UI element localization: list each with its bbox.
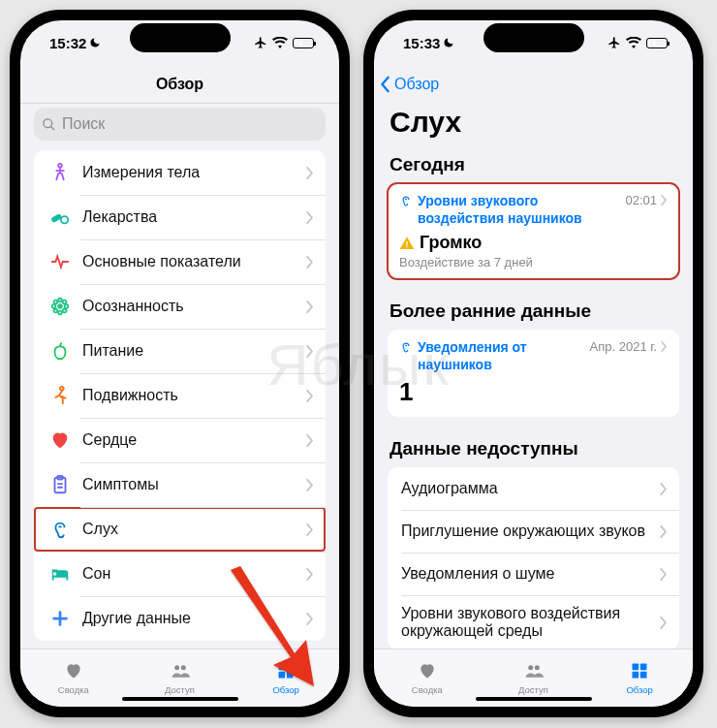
category-label: Осознанность (82, 298, 306, 315)
ear-icon (399, 339, 413, 353)
annotation-arrow (213, 562, 329, 698)
svg-point-11 (63, 309, 67, 313)
section-header-earlier: Более ранние данные (374, 295, 693, 330)
category-row-ear[interactable]: Слух (34, 507, 326, 552)
back-button[interactable]: Обзор (374, 76, 439, 93)
category-label: Сердце (82, 431, 306, 449)
category-row-vitals[interactable]: Основные показатели (34, 239, 326, 284)
today-value: Громко (420, 233, 482, 253)
svg-point-9 (63, 301, 67, 304)
earlier-time: Апр. 2021 г. (590, 339, 657, 354)
vitals-icon (47, 249, 73, 274)
status-time: 15:33 (403, 35, 440, 51)
mobility-icon (47, 383, 73, 408)
svg-point-21 (528, 665, 533, 670)
people-icon (523, 661, 545, 682)
svg-point-2 (61, 216, 68, 223)
tab-grid[interactable]: Обзор (586, 649, 693, 707)
category-label: Питание (82, 342, 306, 360)
svg-rect-23 (633, 664, 639, 671)
today-card[interactable]: Уровни звукового воздействия наушников 0… (388, 183, 679, 279)
chevron-right-icon (306, 167, 314, 179)
body-icon (47, 160, 73, 185)
svg-point-15 (174, 665, 179, 670)
chevron-right-icon (306, 256, 314, 269)
svg-point-12 (60, 387, 64, 391)
svg-point-6 (52, 304, 56, 308)
category-row-heart[interactable]: Сердце (34, 418, 326, 462)
chevron-right-icon (306, 523, 314, 536)
svg-point-7 (65, 304, 69, 308)
chevron-right-icon (306, 345, 314, 358)
unavailable-row[interactable]: Приглушение окружающих звуков (388, 510, 679, 553)
svg-rect-24 (640, 664, 647, 671)
chevron-right-icon (306, 390, 314, 402)
today-title: Уровни звукового воздействия наушников (418, 193, 617, 227)
home-indicator[interactable] (476, 697, 592, 701)
today-sub: Воздействие за 7 дней (399, 255, 668, 269)
airplane-icon (254, 36, 267, 49)
unavailable-row[interactable]: Аудиограмма (388, 467, 679, 510)
tab-label: Сводка (58, 684, 89, 695)
tab-label: Доступ (518, 684, 548, 695)
airplane-icon (608, 36, 621, 49)
svg-rect-25 (633, 672, 639, 679)
svg-rect-26 (640, 672, 647, 679)
unavailable-list: АудиограммаПриглушение окружающих звуков… (388, 467, 679, 649)
svg-point-3 (57, 303, 63, 309)
row-label: Уровни звукового воздействия окружающей … (401, 605, 660, 640)
search-placeholder: Поиск (62, 115, 105, 133)
category-row-clipboard[interactable]: Симптомы (34, 462, 326, 507)
people-icon (170, 661, 191, 682)
nav-bar: Обзор (20, 65, 339, 104)
chevron-right-icon (660, 525, 668, 538)
tab-label: Обзор (626, 684, 652, 695)
grid-icon (629, 661, 650, 682)
ear-icon (399, 193, 413, 206)
dynamic-island (130, 23, 231, 52)
category-label: Подвижность (82, 387, 306, 404)
category-row-apple[interactable]: Питание (34, 329, 326, 373)
earlier-value: 1 (399, 377, 668, 407)
svg-point-16 (180, 665, 185, 670)
section-header-today: Сегодня (374, 148, 693, 183)
earlier-card[interactable]: Уведомления от наушников Апр. 2021 г. 1 (388, 330, 679, 417)
category-row-body[interactable]: Измерения тела (34, 150, 326, 195)
chevron-right-icon (661, 195, 668, 206)
tab-label: Сводка (412, 684, 443, 695)
chevron-right-icon (306, 479, 314, 491)
nav-title: Обзор (156, 76, 203, 93)
category-row-mobility[interactable]: Подвижность (34, 373, 326, 418)
phone-right: 15:33 74 Обзор Слух С (363, 10, 703, 717)
svg-point-10 (54, 309, 58, 313)
mind-icon (47, 294, 73, 319)
chevron-right-icon (660, 617, 668, 629)
category-label: Симптомы (82, 476, 306, 493)
search-icon (42, 117, 56, 132)
battery-icon: 74 (293, 38, 314, 48)
category-row-mind[interactable]: Осознанность (34, 284, 326, 329)
chevron-right-icon (661, 341, 668, 352)
dynamic-island (483, 23, 584, 52)
moon-icon (89, 37, 101, 48)
heart-icon (417, 661, 438, 682)
wifi-icon (272, 37, 288, 48)
unavailable-row[interactable]: Уровни звукового воздействия окружающей … (388, 595, 679, 649)
warning-icon (399, 236, 415, 251)
tab-heart[interactable]: Сводка (20, 649, 127, 707)
tab-heart[interactable]: Сводка (374, 649, 481, 707)
chevron-right-icon (306, 211, 314, 224)
category-label: Измерения тела (82, 164, 306, 181)
row-label: Уведомления о шуме (401, 565, 660, 583)
category-label: Основные показатели (82, 253, 306, 270)
page-title: Слух (374, 104, 693, 148)
category-row-pills[interactable]: Лекарства (34, 195, 326, 239)
tab-label: Доступ (165, 684, 195, 695)
search-input[interactable]: Поиск (34, 108, 326, 141)
chevron-left-icon (380, 76, 391, 93)
wifi-icon (626, 37, 641, 48)
today-time: 02:01 (625, 193, 657, 207)
clipboard-icon (47, 472, 73, 497)
unavailable-row[interactable]: Уведомления о шуме (388, 553, 679, 595)
pills-icon (47, 205, 73, 230)
